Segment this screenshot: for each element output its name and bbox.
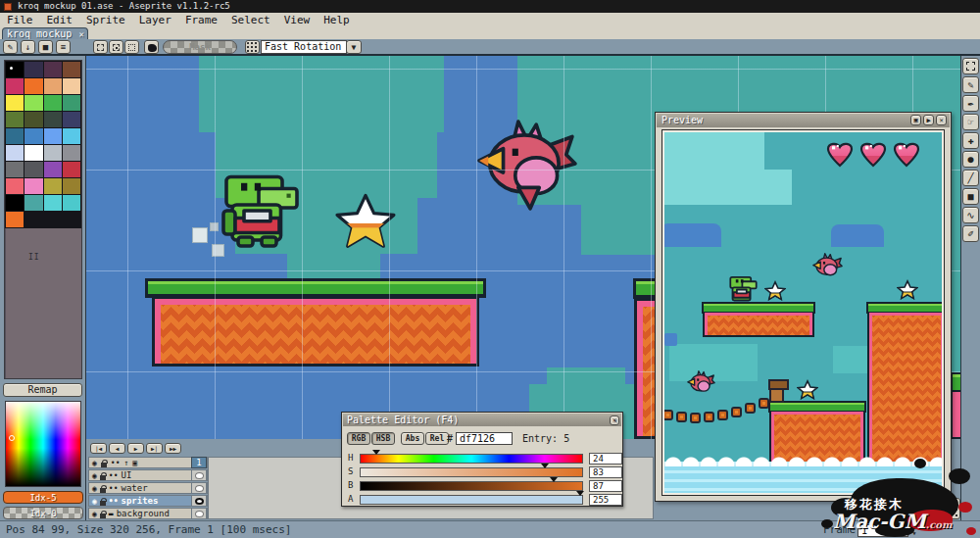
menu-help[interactable]: Help (323, 13, 350, 27)
palette-swatch[interactable] (63, 195, 80, 211)
palette-swatch[interactable] (63, 128, 80, 144)
palette-swatch[interactable] (63, 112, 80, 127)
palette-edit-button[interactable]: ✎ (3, 40, 18, 54)
menu-sprite[interactable]: Sprite (86, 13, 125, 27)
eye-icon[interactable]: ◉ (92, 483, 97, 494)
lock-icon[interactable] (101, 463, 107, 467)
palette-presets-button[interactable]: ■ (38, 40, 53, 54)
alpha-value[interactable]: 255 (589, 494, 622, 506)
contour-tool[interactable]: ∿ (962, 207, 979, 223)
color-spectrum[interactable] (5, 401, 81, 487)
palette-swatch[interactable] (44, 95, 62, 111)
palette-editor-titlebar[interactable]: Palette Editor (F4) ✕ (343, 414, 621, 426)
close-icon[interactable]: ✕ (936, 115, 947, 125)
rotation-dropdown[interactable]: Fast Rotation ▼ (261, 40, 347, 54)
selection-replace-button[interactable] (93, 40, 108, 54)
menu-view[interactable]: View (284, 13, 311, 27)
menu-layer[interactable]: Layer (139, 13, 172, 27)
palette-swatch[interactable] (24, 112, 42, 127)
palette-swatch[interactable] (6, 195, 24, 211)
palette-swatch[interactable] (63, 78, 80, 94)
palette-swatch[interactable] (24, 195, 42, 211)
eye-icon[interactable]: ◉ (92, 509, 97, 519)
slider-marker[interactable] (576, 491, 584, 496)
preview-viewport[interactable] (662, 130, 944, 495)
palette-resize-handle[interactable]: II (28, 253, 40, 262)
palette-swatch[interactable] (6, 128, 24, 144)
palette-swatch[interactable] (24, 95, 42, 111)
palette-swatch[interactable] (24, 162, 42, 177)
layer-row-sprites[interactable]: ◉ •• sprites (88, 495, 208, 507)
last-frame-button[interactable]: ▶▶ (165, 443, 181, 454)
layer-row-ui[interactable]: ◉ •• UI (88, 469, 208, 481)
palette-swatch[interactable] (44, 162, 62, 177)
link-icon[interactable]: •• (111, 459, 121, 466)
palette-swatch[interactable] (44, 112, 62, 127)
saturation-value[interactable]: 83 (589, 466, 622, 478)
palette-sort-button[interactable]: ↓ (21, 40, 35, 54)
frame-number-header[interactable]: 1 (191, 457, 207, 468)
cel-sprites[interactable] (191, 495, 207, 507)
hsb-button[interactable]: HSB (371, 432, 395, 445)
palette-swatch[interactable] (44, 128, 62, 144)
eye-icon[interactable]: ◉ (92, 496, 97, 507)
hand-tool[interactable]: ☞ (962, 114, 979, 130)
selection-add-button[interactable] (109, 40, 123, 54)
menu-frame[interactable]: Frame (185, 13, 218, 27)
selection-brush-button[interactable] (144, 40, 159, 54)
pixel-grid-button[interactable] (245, 40, 260, 54)
preview-titlebar[interactable]: Preview (657, 114, 950, 127)
center-view-icon[interactable]: ▣ (910, 115, 921, 125)
frame-input[interactable]: 1 (858, 524, 908, 537)
palette-swatch[interactable] (24, 78, 42, 94)
lock-icon[interactable] (100, 514, 106, 518)
lock-icon[interactable] (100, 488, 106, 493)
palette-swatch[interactable] (6, 95, 24, 111)
palette-swatch[interactable] (6, 162, 24, 177)
rectangle-tool[interactable]: ■ (962, 188, 979, 205)
eye-icon[interactable]: ◉ (92, 459, 97, 466)
dropdown-arrow-icon[interactable]: ▼ (346, 40, 362, 54)
prev-frame-button[interactable]: ◀ (109, 443, 125, 454)
move-tool[interactable]: ✚ (962, 132, 979, 149)
palette-options-button[interactable]: ≡ (56, 40, 71, 54)
palette-swatch[interactable] (63, 62, 80, 77)
rgb-button[interactable]: RGB (347, 432, 370, 445)
layer-row-water[interactable]: ◉ •• water (88, 482, 208, 494)
rectangular-marquee-tool[interactable] (962, 58, 979, 74)
cel-water[interactable] (191, 482, 207, 494)
menu-select[interactable]: Select (231, 13, 270, 27)
first-frame-button[interactable]: |◀ (90, 443, 107, 454)
menu-file[interactable]: File (7, 13, 33, 27)
palette-swatch[interactable] (44, 62, 62, 77)
palette-swatch[interactable] (6, 212, 24, 227)
palette-swatch[interactable] (63, 178, 80, 194)
line-tool[interactable]: ╱ (962, 170, 979, 186)
palette-swatch[interactable] (6, 78, 24, 94)
palette-swatch[interactable] (63, 95, 80, 111)
lock-icon[interactable] (100, 475, 106, 480)
pencil-tool[interactable]: ✎ (962, 76, 979, 93)
palette-swatch[interactable] (24, 178, 42, 194)
cel-background[interactable] (191, 508, 207, 519)
foreground-color-swatch[interactable]: Idx-5 (3, 491, 83, 504)
palette-swatch[interactable] (6, 112, 24, 127)
palette-swatch[interactable] (63, 162, 80, 177)
mask-button[interactable]: Mask (163, 40, 237, 54)
palette-swatch[interactable] (44, 195, 62, 211)
palette-swatch[interactable] (24, 62, 42, 77)
alpha-slider[interactable] (360, 495, 583, 505)
hue-slider[interactable] (360, 454, 583, 464)
palette-swatch[interactable] (24, 128, 42, 144)
palette-swatch[interactable] (24, 145, 42, 161)
onion-skin-icon[interactable]: ↑ (123, 459, 128, 466)
play-button[interactable]: ▶ (127, 443, 144, 454)
palette-swatch[interactable] (6, 145, 24, 161)
lock-icon[interactable] (100, 501, 106, 506)
menu-edit[interactable]: Edit (47, 13, 74, 27)
remap-button[interactable]: Remap (3, 383, 82, 397)
frame-spinner[interactable]: ▲▼ (909, 524, 919, 537)
palette-swatch[interactable] (44, 78, 62, 94)
brightness-slider[interactable] (360, 481, 583, 491)
rel-button[interactable]: Rel (425, 432, 449, 445)
